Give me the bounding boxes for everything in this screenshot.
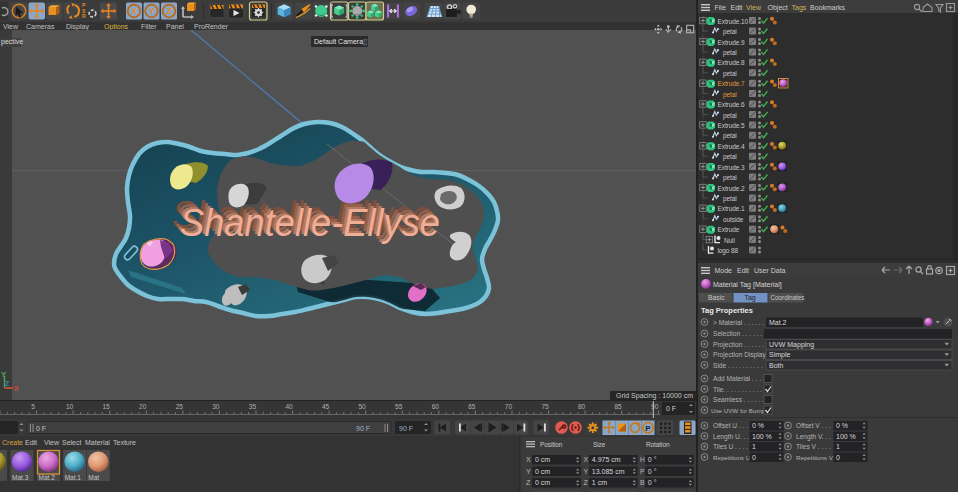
svg-text:35: 35: [249, 403, 257, 410]
svg-text:45: 45: [322, 403, 330, 410]
svg-text:Extrude.9: Extrude.9: [718, 39, 745, 46]
svg-text:Y: Y: [584, 468, 589, 475]
svg-text:0: 0: [836, 454, 840, 461]
svg-text:B: B: [640, 479, 645, 486]
svg-text:55: 55: [395, 403, 403, 410]
svg-text:0 cm: 0 cm: [535, 456, 550, 463]
svg-text:petal: petal: [723, 132, 737, 140]
svg-text:petal: petal: [723, 28, 737, 36]
svg-text:Select: Select: [62, 439, 82, 446]
svg-text:5: 5: [31, 403, 35, 410]
svg-text:Coordinates: Coordinates: [771, 294, 805, 301]
svg-text:Use UVW for Bump: Use UVW for Bump: [711, 407, 766, 414]
svg-text:Length U. . .: Length U. . .: [713, 433, 749, 441]
svg-text:Offset U . . .: Offset U . . .: [713, 422, 748, 429]
svg-text:petal: petal: [723, 91, 737, 99]
svg-text:Tiles U . . . .: Tiles U . . . .: [713, 443, 748, 450]
svg-text:Extrude.3: Extrude.3: [718, 164, 745, 171]
svg-text:Extrude.1: Extrude.1: [718, 205, 745, 212]
svg-text:View: View: [44, 439, 60, 446]
svg-text:85: 85: [614, 403, 622, 410]
svg-text:Position: Position: [540, 441, 563, 448]
svg-text:Material Tag [Material]: Material Tag [Material]: [713, 281, 782, 289]
svg-text:Mat.3: Mat.3: [12, 474, 29, 481]
svg-text:P: P: [640, 468, 645, 475]
svg-text:petal: petal: [723, 70, 737, 78]
svg-text:Extrude.2: Extrude.2: [718, 185, 745, 192]
svg-text:Y: Y: [1, 370, 7, 379]
svg-text:30: 30: [212, 403, 220, 410]
svg-text:Material: Material: [85, 439, 110, 446]
svg-text:Texture: Texture: [113, 439, 136, 446]
svg-text:0 °: 0 °: [648, 479, 657, 486]
svg-text:petal: petal: [723, 174, 737, 182]
svg-text:X: X: [14, 384, 20, 393]
svg-text:petal: petal: [723, 112, 737, 120]
svg-text:R: R: [82, 13, 86, 19]
svg-text:1: 1: [752, 443, 756, 450]
svg-text:0 °: 0 °: [648, 468, 657, 475]
svg-text:Simple: Simple: [769, 351, 791, 359]
svg-text:Z: Z: [166, 6, 171, 16]
svg-text:Seamless . . . . . .: Seamless . . . . . .: [713, 396, 764, 403]
svg-text:Mode: Mode: [715, 267, 733, 274]
svg-text:4.975 cm: 4.975 cm: [592, 456, 621, 463]
svg-text:90 F: 90 F: [399, 425, 413, 432]
svg-text:H: H: [640, 456, 645, 463]
svg-text:0 %: 0 %: [752, 422, 764, 429]
svg-text:75: 75: [541, 403, 549, 410]
svg-text:Rotation: Rotation: [646, 441, 670, 448]
svg-text:1 cm: 1 cm: [592, 479, 607, 486]
svg-text:UVW Mapping: UVW Mapping: [769, 341, 814, 349]
svg-text:Tiles V . . . .: Tiles V . . . .: [796, 443, 831, 450]
svg-text:1: 1: [836, 443, 840, 450]
svg-text:Size: Size: [593, 441, 606, 448]
svg-text:Repetitions U: Repetitions U: [713, 454, 750, 461]
svg-text:File: File: [715, 4, 726, 11]
svg-text:Z: Z: [5, 380, 10, 387]
svg-text:0 cm: 0 cm: [535, 468, 550, 475]
svg-text:20: 20: [139, 403, 147, 410]
svg-text:Extrude.6: Extrude.6: [718, 101, 745, 108]
svg-text:0 °: 0 °: [648, 456, 657, 463]
svg-text:90: 90: [651, 403, 659, 410]
svg-text:10: 10: [66, 403, 74, 410]
svg-text:Mat: Mat: [88, 474, 99, 481]
svg-text:outside: outside: [723, 216, 744, 223]
svg-text:Null: Null: [724, 237, 735, 244]
svg-text:Tag Properties: Tag Properties: [701, 306, 753, 315]
svg-text:P: P: [645, 424, 651, 433]
svg-text:0 %: 0 %: [836, 422, 848, 429]
svg-text:Edit: Edit: [25, 439, 37, 446]
svg-text:logo 88: logo 88: [718, 247, 739, 255]
svg-text:65: 65: [468, 403, 476, 410]
svg-text:70: 70: [505, 403, 513, 410]
svg-text:X: X: [131, 6, 137, 16]
svg-text:0 F: 0 F: [36, 425, 46, 432]
svg-text:Offset V . . .: Offset V . . .: [796, 422, 831, 429]
svg-text:Add Material . . . .: Add Material . . . .: [713, 375, 765, 382]
svg-text:90 F: 90 F: [356, 425, 370, 432]
svg-text:Mat.2: Mat.2: [769, 319, 787, 326]
svg-text:> Material . . . . . .: > Material . . . . . .: [713, 319, 764, 326]
svg-text:Y: Y: [526, 468, 531, 475]
svg-text:Tag: Tag: [745, 294, 756, 302]
svg-text:40: 40: [285, 403, 293, 410]
svg-text:petal: petal: [723, 153, 737, 161]
svg-text:13.085 cm: 13.085 cm: [592, 468, 625, 475]
svg-text:100 %: 100 %: [836, 433, 856, 440]
svg-text:Object: Object: [768, 4, 788, 12]
svg-text:Mat.2: Mat.2: [39, 474, 56, 481]
svg-text:View: View: [746, 4, 762, 11]
svg-text:X: X: [526, 456, 531, 463]
svg-text:50: 50: [358, 403, 366, 410]
svg-text:Basic: Basic: [708, 294, 725, 301]
svg-text:Y: Y: [149, 6, 155, 16]
svg-text:petal: petal: [723, 195, 737, 203]
svg-text:0 F: 0 F: [666, 405, 676, 412]
svg-text:0: 0: [752, 454, 756, 461]
svg-text:petal: petal: [723, 49, 737, 57]
svg-text:Z: Z: [584, 479, 589, 486]
svg-text:0 cm: 0 cm: [535, 479, 550, 486]
svg-text:100 %: 100 %: [752, 433, 772, 440]
